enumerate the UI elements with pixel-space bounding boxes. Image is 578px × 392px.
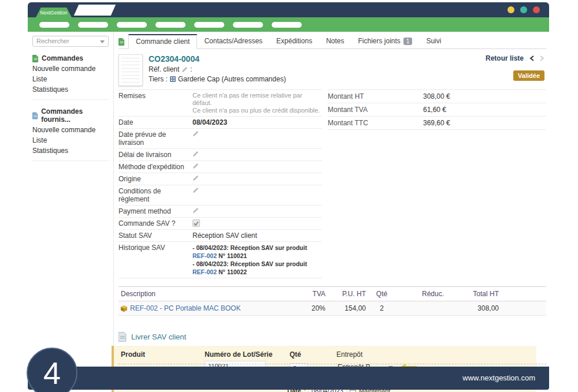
field-label: Méthode d'expédition	[118, 163, 192, 171]
brand-tab[interactable]: NextGestion	[36, 8, 72, 17]
document-icon	[32, 55, 39, 62]
attachments-count-badge: 1	[403, 38, 413, 45]
document-thumbnail[interactable]	[118, 54, 143, 86]
amount-value: 369,60 €	[423, 119, 450, 127]
line-spacer	[499, 304, 544, 312]
historique-line: - 08/04/2023: Réception SAV sur produit …	[192, 244, 307, 259]
hist-prefix: - 08/04/2023: Réception SAV sur produit	[192, 260, 307, 267]
tab-label: Fichiers joints	[358, 37, 401, 45]
divider	[32, 99, 109, 100]
footer-url: www.nextgestion.com	[462, 374, 535, 382]
back-to-list-link[interactable]: Retour liste	[486, 54, 544, 62]
pencil-icon[interactable]	[192, 187, 199, 193]
field-columns: Remises Ce client n'a pas de remise rela…	[118, 89, 546, 278]
field-value: - 08/04/2023: Réception SAV sur produit …	[192, 244, 322, 276]
field-label: Historique SAV	[118, 244, 192, 276]
field-row-commande-sav: Commande SAV ?	[118, 218, 322, 230]
nav-pill[interactable]	[117, 22, 147, 28]
pencil-icon[interactable]	[181, 66, 188, 73]
field-row-payment-method: Payment method	[118, 206, 322, 218]
product-ref-link[interactable]: REF-002	[192, 252, 217, 259]
nav-pill[interactable]	[233, 22, 263, 28]
tiers-label: Tiers :	[149, 75, 168, 83]
sidebar-item-liste-fournisseur[interactable]: Liste	[32, 137, 109, 144]
tiers-link[interactable]: Garderie Cap (Autres commandes)	[178, 75, 286, 83]
sidebar-section-title: Commandes fournis...	[41, 107, 109, 124]
tab-notes[interactable]: Notes	[319, 34, 351, 48]
tab-fichiers-joints[interactable]: Fichiers joints1	[351, 34, 420, 48]
tab-expeditions[interactable]: Expéditions	[269, 34, 319, 48]
amount-label: Montant TVA	[328, 106, 423, 114]
tab-contacts-adresses[interactable]: Contacts/Adresses	[197, 34, 269, 48]
line-pu-ht: 154,00	[325, 304, 366, 312]
nav-pill[interactable]	[78, 22, 108, 28]
pencil-icon[interactable]	[192, 175, 199, 181]
order-fields-table: Remises Ce client n'a pas de remise rela…	[118, 89, 322, 278]
sav-section-title: Livrer SAV client	[118, 332, 546, 342]
amount-value: 61,60 €	[423, 106, 446, 114]
col-qte: Qté	[366, 290, 398, 298]
pencil-icon[interactable]	[192, 163, 199, 169]
pencil-icon[interactable]	[192, 130, 199, 137]
amount-row-tva: Montant TVA 61,60 €	[328, 103, 546, 117]
col-spacer	[499, 290, 544, 298]
amount-label: Montant TTC	[328, 119, 423, 127]
form-col-entrepot: Entrepôt	[336, 350, 362, 359]
field-label: Délai de livraison	[118, 151, 192, 159]
sav-checkbox[interactable]	[192, 219, 200, 227]
hist-mid: N°	[217, 268, 227, 275]
field-value: Ce client n'a pas de remise relative par…	[192, 92, 322, 114]
sidebar-item-statistiques-fournisseur[interactable]: Statistiques	[32, 147, 109, 155]
nav-pill[interactable]	[155, 22, 186, 28]
pencil-icon[interactable]	[192, 151, 199, 157]
ref-client-label: Réf. client	[149, 65, 179, 73]
line-total-ht: 308,00	[444, 304, 499, 312]
product-cube-icon	[121, 305, 127, 312]
nav-pill[interactable]	[39, 22, 69, 28]
main-menu-bar	[28, 17, 549, 32]
chevron-right-icon[interactable]	[540, 55, 544, 61]
amount-label: Montant HT	[328, 92, 423, 100]
close-icon[interactable]	[533, 6, 540, 13]
product-link[interactable]: REF-002 - PC Portable MAC BOOK	[130, 304, 240, 312]
search-placeholder: Rechercher	[36, 38, 69, 44]
col-pu-ht: P.U. HT	[325, 290, 366, 298]
minimize-icon[interactable]	[507, 6, 514, 13]
chevron-down-icon	[100, 40, 105, 43]
thumbnail-lines	[121, 58, 140, 83]
chevron-left-icon[interactable]	[529, 55, 534, 61]
col-reduc: Réduc.	[398, 290, 444, 298]
footer-bar: www.nextgestion.com	[28, 367, 549, 390]
sidebar-section-title: Commandes	[42, 54, 83, 62]
status-badge: Validée	[513, 70, 544, 81]
sidebar-item-nouvelle-commande[interactable]: Nouvelle commande	[32, 65, 109, 73]
app-window: NextGestion Rechercher Commandes Nouvell…	[0, 0, 578, 392]
nav-pill[interactable]	[272, 22, 302, 28]
order-banner: CO2304-0004 Réf. client : Tiers : Garder…	[118, 49, 546, 89]
window-controls	[507, 6, 540, 13]
tab-commande-client[interactable]: Commande client	[128, 34, 197, 49]
product-ref-link[interactable]: REF-002	[192, 268, 217, 275]
form-col-qte: Qté	[290, 350, 301, 359]
field-row-remises: Remises Ce client n'a pas de remise rela…	[118, 90, 322, 117]
sidebar-item-nouvelle-commande-fournisseur[interactable]: Nouvelle commande	[32, 126, 109, 134]
search-input[interactable]: Rechercher	[32, 36, 109, 47]
tab-suivi[interactable]: Suivi	[419, 34, 448, 48]
amount-row-ttc: Montant TTC 369,60 €	[328, 117, 546, 130]
redacted-tab[interactable]	[74, 5, 116, 16]
hist-prefix: - 08/04/2023: Réception SAV sur produit	[192, 244, 307, 251]
sidebar-section-commandes-fournisseurs: Commandes fournis...	[32, 107, 109, 124]
field-row-date: Date 08/04/2023	[118, 117, 322, 129]
maximize-icon[interactable]	[520, 6, 527, 13]
nav-pill[interactable]	[194, 22, 224, 28]
field-row-delai: Délai de livraison	[118, 149, 322, 161]
sidebar-item-statistiques[interactable]: Statistiques	[32, 86, 109, 94]
sidebar-item-liste[interactable]: Liste	[32, 76, 109, 83]
colon: :	[190, 65, 192, 73]
field-label: Date	[118, 118, 192, 126]
hist-serial: 110021	[227, 252, 247, 259]
field-row-historique-sav: Historique SAV - 08/04/2023: Réception S…	[118, 242, 322, 278]
field-row-methode: Méthode d'expédition	[118, 161, 322, 173]
pencil-icon[interactable]	[192, 207, 199, 214]
field-row-date-prevue: Date prévue de livraison	[118, 129, 322, 149]
